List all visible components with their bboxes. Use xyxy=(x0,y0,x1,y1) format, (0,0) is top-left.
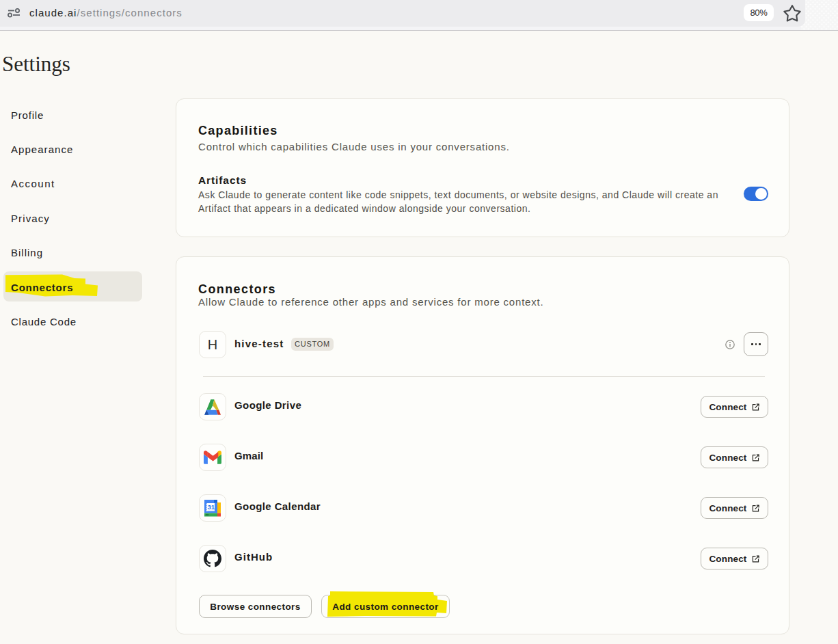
svg-text:31: 31 xyxy=(208,503,215,511)
